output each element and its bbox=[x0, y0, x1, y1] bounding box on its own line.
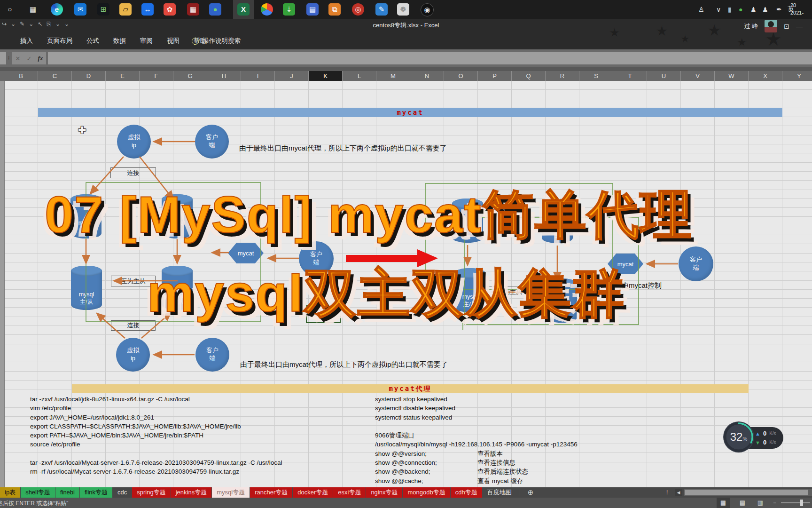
wechat-tray-icon[interactable]: ● bbox=[739, 0, 742, 19]
tab-view[interactable]: 视图 bbox=[160, 34, 187, 48]
sheet-tab-docker[interactable]: docker专题 bbox=[293, 487, 333, 498]
blue-monitor-app-icon[interactable]: ▤ bbox=[306, 3, 319, 16]
minimize-button[interactable]: — bbox=[796, 23, 803, 30]
section-banner-mycat-proxy[interactable]: mycat代理 bbox=[72, 384, 749, 393]
teamviewer-icon[interactable]: ↔ bbox=[141, 3, 154, 16]
zoom-slider-thumb[interactable] bbox=[800, 500, 803, 506]
column-header-cell[interactable]: Q bbox=[512, 71, 546, 81]
new-sheet-button[interactable]: ⊕ bbox=[523, 487, 539, 498]
column-header-cell[interactable]: W bbox=[715, 71, 749, 81]
node-virtual-ip-top[interactable]: 虚拟 ip bbox=[117, 125, 151, 159]
sheet-tab-esxi[interactable]: esxi专题 bbox=[333, 487, 366, 498]
column-header-cell[interactable]: P bbox=[478, 71, 512, 81]
mail-icon[interactable]: ✉ bbox=[74, 3, 86, 16]
sheet-tab-rancher[interactable]: rancher专题 bbox=[250, 487, 292, 498]
column-header-cell[interactable]: O bbox=[444, 71, 478, 81]
tab-page-layout[interactable]: 页面布局 bbox=[40, 34, 79, 48]
file-explorer-icon[interactable]: ▱ bbox=[119, 3, 132, 16]
node-client-bottom[interactable]: 客户 端 bbox=[195, 338, 229, 372]
avatar[interactable] bbox=[765, 20, 777, 32]
blue-pen-app-icon[interactable]: ✎ bbox=[375, 3, 388, 16]
insert-function-icon[interactable]: fx bbox=[38, 55, 43, 62]
stylus-tray-icon[interactable]: ✒ bbox=[776, 0, 782, 19]
tab-insert[interactable]: 插入 bbox=[13, 34, 40, 48]
progress-circle[interactable]: 32% bbox=[723, 421, 754, 452]
column-header-cell[interactable]: V bbox=[681, 71, 715, 81]
column-header-cell[interactable]: F bbox=[140, 71, 173, 81]
chevron-tray-icon[interactable]: ∨ bbox=[716, 0, 721, 19]
user-name[interactable]: 过 峰 bbox=[744, 22, 758, 31]
column-header-cell[interactable]: X bbox=[749, 71, 782, 81]
page-break-view-button[interactable]: ▥ bbox=[754, 498, 767, 508]
column-header-cell[interactable]: M bbox=[376, 71, 410, 81]
red-flower-app-icon[interactable]: ✿ bbox=[164, 3, 176, 16]
zoom-out-button[interactable]: − bbox=[773, 500, 776, 506]
orange-copy-app-icon[interactable]: ⧉ bbox=[328, 3, 341, 16]
column-header-cell[interactable]: C bbox=[38, 71, 72, 81]
sheet-tab-finebi[interactable]: finebi bbox=[55, 487, 79, 498]
tab-review[interactable]: 审阅 bbox=[133, 34, 160, 48]
column-header-cell[interactable]: U bbox=[647, 71, 681, 81]
node-client-right[interactable]: 客户 端 bbox=[679, 246, 713, 281]
sheet-tab-mongodb[interactable]: mongodb专题 bbox=[403, 487, 450, 498]
store-icon[interactable]: ⊞ bbox=[97, 3, 109, 16]
tell-me-search[interactable]: 操作说明搜索 bbox=[192, 37, 241, 45]
normal-view-button[interactable]: ▦ bbox=[717, 498, 730, 508]
sheet-tab-ip[interactable]: ip表 bbox=[0, 487, 20, 498]
tab-formulas[interactable]: 公式 bbox=[79, 34, 106, 48]
column-header-cell[interactable]: N bbox=[410, 71, 444, 81]
sheet-tab-nginx[interactable]: nginx专题 bbox=[366, 487, 402, 498]
lock-tool-icon[interactable]: ● bbox=[209, 3, 221, 16]
column-header-cell[interactable]: L bbox=[343, 71, 376, 81]
enter-icon[interactable]: ✓ bbox=[27, 55, 32, 62]
red-swirl-app-icon[interactable]: ◎ bbox=[352, 3, 364, 16]
people-tray-icon[interactable]: ♙ bbox=[698, 0, 704, 19]
column-header-cell[interactable]: G bbox=[173, 71, 207, 81]
edge-icon[interactable]: e bbox=[51, 3, 63, 16]
sheet-tab-mysql-active[interactable]: mysql专题 bbox=[212, 487, 250, 498]
net-speed-widget[interactable]: ▲0K/s ▼0K/s 32% bbox=[723, 421, 784, 454]
column-header-cell[interactable]: R bbox=[546, 71, 579, 81]
tabbar-dots-icon[interactable]: ⁞ bbox=[666, 487, 668, 498]
column-header-cell[interactable]: B bbox=[4, 71, 38, 81]
cancel-icon[interactable]: ✕ bbox=[16, 55, 21, 62]
page-layout-view-button[interactable]: ▤ bbox=[736, 498, 749, 508]
qq-tray-icon-2[interactable]: ♟ bbox=[762, 0, 768, 19]
sheet-tab-shell[interactable]: shell专题 bbox=[21, 487, 55, 498]
label-connect-top[interactable]: 连接 bbox=[110, 167, 156, 178]
sheet-tab-cdc[interactable]: cdc bbox=[113, 487, 132, 498]
excel-icon[interactable]: X bbox=[237, 3, 250, 16]
tab-data[interactable]: 数据 bbox=[106, 34, 133, 48]
search-icon[interactable]: ○ bbox=[4, 3, 16, 16]
zoom-slider[interactable] bbox=[781, 502, 810, 503]
taskbar-clock[interactable]: 202021- bbox=[790, 1, 812, 16]
sheet-tab-baidu-map[interactable]: 百度地图 bbox=[483, 487, 516, 498]
column-header-cell[interactable]: E bbox=[106, 71, 140, 81]
chrome-icon[interactable] bbox=[261, 3, 273, 16]
sheet-tab-spring[interactable]: spring专题 bbox=[132, 487, 170, 498]
column-header-cell[interactable]: K bbox=[309, 71, 343, 81]
node-virtual-ip-bottom[interactable]: 虚拟 ip bbox=[116, 338, 150, 372]
obs-icon[interactable]: ◉ bbox=[421, 3, 434, 16]
node-client-top[interactable]: 客户 端 bbox=[195, 125, 229, 159]
formula-input[interactable] bbox=[48, 52, 812, 64]
column-header-cell[interactable]: T bbox=[613, 71, 647, 81]
hscroll-thumb[interactable] bbox=[685, 490, 808, 495]
section-banner-mycat[interactable]: mycat bbox=[38, 108, 782, 117]
sheet-tab-flink[interactable]: flink专题 bbox=[80, 487, 112, 498]
display-tray-icon[interactable]: ▮ bbox=[728, 0, 732, 19]
ribbon-display-options-icon[interactable]: ⊡ bbox=[784, 23, 789, 30]
column-header-cell[interactable]: D bbox=[72, 71, 106, 81]
qq-tray-icon[interactable]: ♟ bbox=[750, 0, 757, 19]
hscroll-left-button[interactable]: ◀ bbox=[675, 489, 682, 496]
remote-grid-app-icon[interactable]: ▦ bbox=[187, 3, 199, 16]
horizontal-scrollbar[interactable] bbox=[684, 489, 812, 496]
node-mysql-ms-1[interactable]: mysql 主/从 bbox=[71, 266, 102, 310]
column-header-cell[interactable]: Y bbox=[782, 71, 812, 81]
column-header-cell[interactable]: H bbox=[207, 71, 241, 81]
task-view-icon[interactable]: ▦ bbox=[27, 3, 39, 16]
gray-flower-app-icon[interactable]: ❁ bbox=[397, 3, 409, 16]
sheet-tab-cdh[interactable]: cdh专题 bbox=[451, 487, 482, 498]
name-box[interactable] bbox=[0, 52, 6, 64]
column-header-cell[interactable]: I bbox=[241, 71, 275, 81]
